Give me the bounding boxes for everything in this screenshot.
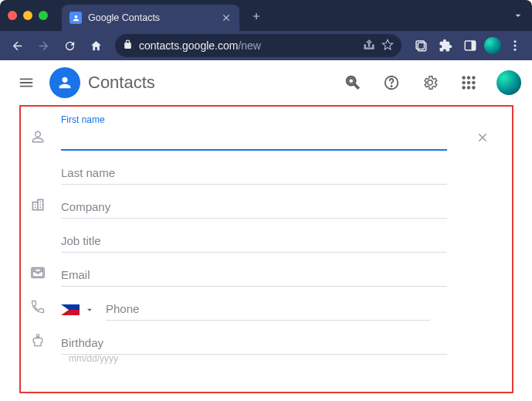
profile-extension-avatar[interactable] — [484, 37, 501, 54]
main-menu-button[interactable] — [11, 67, 42, 98]
search-icon — [344, 74, 361, 91]
browser-tab[interactable]: Google Contacts — [62, 5, 239, 31]
svg-point-11 — [463, 76, 466, 80]
window-maximize-button[interactable] — [39, 11, 48, 20]
first-name-input[interactable] — [61, 125, 447, 151]
email-input[interactable] — [61, 262, 447, 287]
svg-point-19 — [473, 87, 476, 90]
reload-button[interactable] — [59, 35, 80, 56]
home-button[interactable] — [85, 35, 107, 56]
extensions-icon[interactable] — [435, 35, 456, 56]
window-minimize-button[interactable] — [23, 11, 32, 20]
gear-icon — [422, 74, 439, 91]
help-icon — [383, 74, 400, 91]
window-controls — [8, 11, 48, 20]
app-header: Contacts — [0, 60, 532, 105]
apps-grid-icon — [460, 74, 477, 91]
close-icon — [476, 131, 490, 144]
browser-tab-strip: Google Contacts — [0, 0, 532, 31]
first-name-label: First name — [61, 114, 447, 125]
svg-rect-3 — [472, 41, 476, 50]
phone-country-selector[interactable] — [61, 304, 95, 321]
svg-point-14 — [463, 81, 466, 84]
address-bar[interactable]: contacts.google.com/new — [115, 34, 402, 57]
svg-point-12 — [467, 76, 470, 80]
flag-ph-icon — [61, 304, 80, 315]
help-button[interactable] — [376, 67, 407, 98]
tab-favicon — [69, 12, 82, 24]
last-name-input[interactable] — [61, 160, 447, 185]
birthday-format-hint: mm/dd/yyyy — [69, 353, 496, 364]
tab-overview-icon[interactable] — [410, 35, 432, 56]
chevron-down-icon — [84, 304, 95, 315]
url-host: contacts.google.com — [139, 39, 238, 52]
settings-button[interactable] — [415, 67, 446, 98]
apps-button[interactable] — [453, 67, 484, 98]
svg-point-4 — [514, 40, 517, 42]
url-path: /new — [238, 39, 261, 52]
svg-point-17 — [463, 87, 466, 90]
svg-point-6 — [514, 49, 517, 51]
bookmark-star-icon[interactable] — [381, 39, 394, 53]
person-field-icon — [29, 129, 47, 151]
company-input[interactable] — [61, 194, 447, 219]
birthday-field-icon — [29, 333, 47, 355]
phone-input[interactable] — [106, 296, 430, 321]
svg-point-15 — [467, 81, 470, 84]
birthday-input[interactable] — [61, 330, 447, 355]
tab-close-icon[interactable] — [221, 12, 232, 23]
browser-menu-icon[interactable] — [504, 35, 526, 56]
company-field-icon — [29, 197, 47, 219]
new-tab-button[interactable] — [246, 5, 267, 27]
back-button[interactable] — [6, 35, 28, 56]
lock-icon — [123, 39, 133, 52]
job-title-input[interactable] — [61, 228, 447, 253]
svg-point-18 — [467, 87, 470, 90]
phone-field-icon — [29, 299, 47, 321]
side-panel-icon[interactable] — [459, 35, 481, 56]
new-contact-form: First name — [19, 105, 513, 393]
svg-point-5 — [514, 45, 517, 47]
svg-point-16 — [473, 81, 476, 84]
hamburger-icon — [18, 74, 35, 91]
contacts-logo — [49, 67, 80, 98]
browser-toolbar: contacts.google.com/new — [0, 31, 532, 60]
account-avatar[interactable] — [496, 70, 521, 95]
app-title: Contacts — [88, 73, 155, 93]
tabs-dropdown-icon[interactable] — [512, 9, 524, 22]
svg-point-10 — [391, 85, 392, 87]
svg-point-13 — [473, 76, 476, 80]
email-field-icon — [29, 265, 47, 287]
url-text: contacts.google.com/new — [139, 39, 357, 52]
search-button[interactable] — [337, 67, 368, 98]
share-icon[interactable] — [363, 39, 375, 53]
tab-title: Google Contacts — [88, 12, 215, 23]
window-close-button[interactable] — [8, 11, 17, 20]
person-icon — [56, 74, 73, 91]
forward-button[interactable] — [32, 35, 54, 56]
close-form-button[interactable] — [473, 128, 492, 147]
